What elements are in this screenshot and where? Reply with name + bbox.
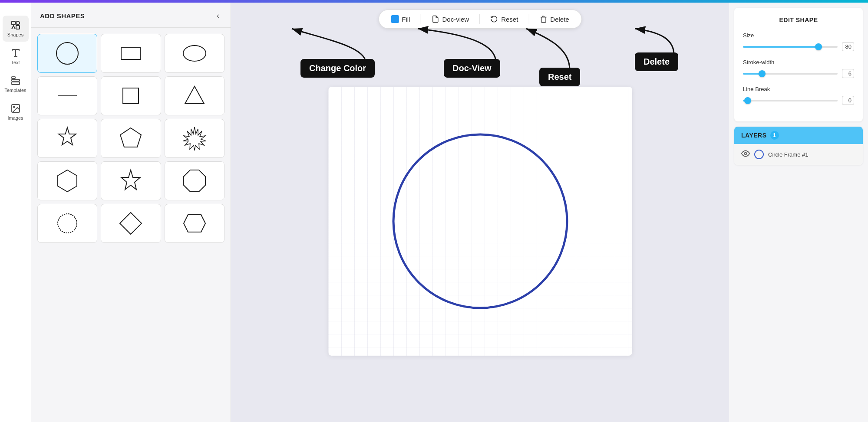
size-slider-row: Size 80 <box>743 32 854 51</box>
sidebar-item-images[interactable]: Images <box>3 99 29 125</box>
top-gradient-bar <box>0 0 868 3</box>
sidebar-images-label: Images <box>7 115 23 121</box>
layer-circle-icon <box>754 150 764 159</box>
shapes-panel: ADD SHAPES ‹ <box>31 3 231 422</box>
shape-ellipse[interactable] <box>165 34 224 73</box>
icon-sidebar: Shapes Text Templates Images <box>0 3 31 422</box>
svg-point-23 <box>393 134 567 308</box>
shape-square[interactable] <box>101 76 161 115</box>
main-area: Fill Doc-view Reset Delete <box>231 3 729 422</box>
sidebar-templates-label: Templates <box>4 88 26 93</box>
linebreak-slider-row: Line Break 0 <box>743 86 854 105</box>
linebreak-label: Line Break <box>743 86 854 92</box>
edit-shape-title: EDIT SHAPE <box>743 16 854 23</box>
layer-item[interactable]: Circle Frame #1 <box>734 144 863 165</box>
doc-view-icon <box>431 15 439 23</box>
svg-point-20 <box>58 214 77 233</box>
svg-marker-16 <box>183 127 206 150</box>
svg-marker-21 <box>120 213 142 234</box>
delete-icon <box>539 15 547 23</box>
linebreak-slider-container: 0 <box>743 96 854 105</box>
collapse-button[interactable]: ‹ <box>214 10 222 21</box>
svg-point-10 <box>183 46 206 61</box>
svg-rect-12 <box>123 88 139 104</box>
svg-point-1 <box>16 21 20 25</box>
eye-icon[interactable] <box>741 149 750 160</box>
shape-line[interactable] <box>37 76 97 115</box>
delete-label: Delete <box>550 16 569 23</box>
sidebar-item-shapes[interactable]: Shapes <box>3 16 29 42</box>
stroke-label: Stroke-width <box>743 59 854 65</box>
layer-name: Circle Frame #1 <box>768 151 808 158</box>
svg-point-7 <box>13 106 15 108</box>
fill-color-icon <box>391 15 399 23</box>
shapes-grid <box>31 28 231 249</box>
svg-rect-5 <box>12 82 20 85</box>
shapes-panel-header: ADD SHAPES ‹ <box>31 3 231 28</box>
sidebar-item-templates[interactable]: Templates <box>3 71 29 97</box>
shape-star6[interactable] <box>37 119 97 158</box>
shapes-panel-title: ADD SHAPES <box>40 12 85 20</box>
shape-star5[interactable] <box>101 161 161 200</box>
doc-view-label: Doc-view <box>442 16 469 23</box>
svg-point-8 <box>56 43 78 64</box>
stroke-slider-track[interactable] <box>743 73 838 75</box>
separator-3 <box>528 14 529 24</box>
size-slider-container: 80 <box>743 42 854 51</box>
shape-star-burst[interactable] <box>165 119 224 158</box>
canvas-board[interactable] <box>328 87 632 356</box>
shape-hexagon-round[interactable] <box>37 161 97 200</box>
svg-marker-14 <box>59 128 76 145</box>
stroke-slider-row: Stroke-width 6 <box>743 59 854 78</box>
separator-2 <box>479 14 480 24</box>
shape-hexagon-flat[interactable] <box>165 204 224 243</box>
size-slider-thumb[interactable] <box>815 43 822 50</box>
reset-icon <box>490 15 498 23</box>
linebreak-value: 0 <box>842 96 854 105</box>
shape-diamond[interactable] <box>101 204 161 243</box>
canvas-circle-svg <box>389 130 571 312</box>
layers-header: LAYERS 1 <box>734 127 863 144</box>
stroke-value: 6 <box>842 69 854 78</box>
svg-marker-18 <box>121 170 140 190</box>
reset-button[interactable]: Reset <box>487 13 521 25</box>
linebreak-slider-thumb[interactable] <box>744 97 751 104</box>
svg-point-25 <box>745 153 747 155</box>
svg-rect-2 <box>16 26 20 29</box>
layers-badge: 1 <box>770 131 779 140</box>
layers-title: LAYERS <box>741 132 767 139</box>
right-panel: EDIT SHAPE Size 80 Stroke-width 6 <box>729 3 868 422</box>
sidebar-item-text[interactable]: Text <box>3 43 29 69</box>
shape-jagged-circle[interactable] <box>37 204 97 243</box>
stroke-slider-thumb[interactable] <box>759 70 766 77</box>
delete-button[interactable]: Delete <box>536 13 572 25</box>
layers-panel: LAYERS 1 Circle Frame #1 <box>734 127 863 165</box>
size-slider-track[interactable] <box>743 46 838 48</box>
sidebar-text-label: Text <box>11 60 20 65</box>
svg-marker-13 <box>185 86 204 104</box>
reset-label: Reset <box>501 16 518 23</box>
svg-rect-0 <box>12 21 15 25</box>
svg-rect-3 <box>12 77 15 79</box>
canvas-container <box>231 3 729 422</box>
svg-marker-15 <box>120 128 141 147</box>
toolbar: Fill Doc-view Reset Delete <box>378 10 581 29</box>
size-value: 80 <box>842 42 854 51</box>
svg-marker-22 <box>184 215 205 232</box>
shape-octagon[interactable] <box>165 161 224 200</box>
svg-rect-9 <box>121 47 140 59</box>
svg-marker-19 <box>184 170 205 192</box>
shape-pentagon[interactable] <box>101 119 161 158</box>
shape-circle[interactable] <box>37 34 97 73</box>
separator-1 <box>420 14 421 24</box>
fill-button[interactable]: Fill <box>387 13 413 25</box>
edit-shape-panel: EDIT SHAPE Size 80 Stroke-width 6 <box>734 8 863 121</box>
linebreak-slider-track[interactable] <box>743 100 838 101</box>
svg-rect-4 <box>12 79 20 81</box>
doc-view-button[interactable]: Doc-view <box>428 13 472 25</box>
fill-label: Fill <box>402 16 410 23</box>
shape-triangle[interactable] <box>165 76 224 115</box>
stroke-slider-container: 6 <box>743 69 854 78</box>
svg-marker-17 <box>58 170 77 192</box>
shape-rectangle[interactable] <box>101 34 161 73</box>
